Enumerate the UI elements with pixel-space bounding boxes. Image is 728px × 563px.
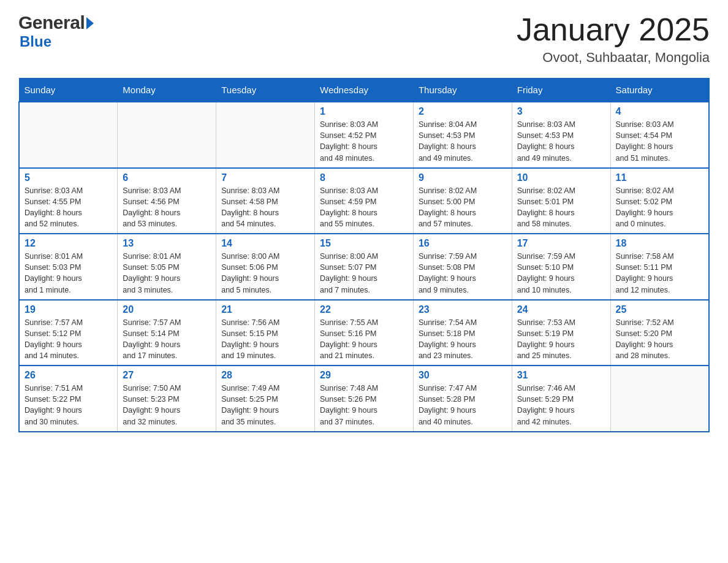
day-info: Sunrise: 7:48 AMSunset: 5:26 PMDaylight:… [320, 383, 408, 427]
logo: General Blue [18, 12, 94, 50]
day-info: Sunrise: 8:03 AMSunset: 4:53 PMDaylight:… [517, 119, 605, 164]
calendar-cell: 7Sunrise: 8:03 AMSunset: 4:58 PMDaylight… [216, 168, 315, 234]
day-info: Sunrise: 7:53 AMSunset: 5:19 PMDaylight:… [517, 317, 605, 362]
calendar-week-5: 26Sunrise: 7:51 AMSunset: 5:22 PMDayligh… [19, 366, 709, 432]
calendar-week-4: 19Sunrise: 7:57 AMSunset: 5:12 PMDayligh… [19, 300, 709, 366]
calendar-cell: 9Sunrise: 8:02 AMSunset: 5:00 PMDaylight… [413, 168, 512, 234]
calendar-cell: 16Sunrise: 7:59 AMSunset: 5:08 PMDayligh… [413, 234, 512, 300]
day-info: Sunrise: 7:52 AMSunset: 5:20 PMDaylight:… [616, 317, 703, 362]
day-info: Sunrise: 8:02 AMSunset: 5:01 PMDaylight:… [517, 185, 605, 230]
calendar-week-2: 5Sunrise: 8:03 AMSunset: 4:55 PMDaylight… [19, 168, 709, 234]
day-number: 4 [616, 106, 703, 117]
calendar-cell: 4Sunrise: 8:03 AMSunset: 4:54 PMDaylight… [610, 102, 709, 168]
calendar-cell: 14Sunrise: 8:00 AMSunset: 5:06 PMDayligh… [216, 234, 315, 300]
day-number: 16 [419, 238, 507, 249]
day-number: 11 [616, 172, 703, 183]
calendar-cell: 12Sunrise: 8:01 AMSunset: 5:03 PMDayligh… [19, 234, 118, 300]
calendar-cell: 28Sunrise: 7:49 AMSunset: 5:25 PMDayligh… [216, 366, 315, 432]
calendar-cell: 20Sunrise: 7:57 AMSunset: 5:14 PMDayligh… [118, 300, 216, 366]
day-number: 26 [25, 370, 112, 381]
day-info: Sunrise: 7:58 AMSunset: 5:11 PMDaylight:… [616, 251, 703, 296]
day-number: 21 [221, 304, 309, 315]
day-info: Sunrise: 8:03 AMSunset: 4:56 PMDaylight:… [123, 185, 211, 230]
day-number: 27 [123, 370, 211, 381]
day-number: 12 [25, 238, 112, 249]
calendar-cell: 19Sunrise: 7:57 AMSunset: 5:12 PMDayligh… [19, 300, 118, 366]
weekday-header-tuesday: Tuesday [216, 79, 315, 102]
day-number: 15 [320, 238, 408, 249]
day-info: Sunrise: 8:00 AMSunset: 5:07 PMDaylight:… [320, 251, 408, 296]
weekday-header-monday: Monday [118, 79, 216, 102]
calendar-cell: 13Sunrise: 8:01 AMSunset: 5:05 PMDayligh… [118, 234, 216, 300]
day-info: Sunrise: 7:47 AMSunset: 5:28 PMDaylight:… [419, 383, 507, 427]
day-number: 28 [221, 370, 309, 381]
day-number: 7 [221, 172, 309, 183]
calendar-cell: 21Sunrise: 7:56 AMSunset: 5:15 PMDayligh… [216, 300, 315, 366]
calendar-cell: 27Sunrise: 7:50 AMSunset: 5:23 PMDayligh… [118, 366, 216, 432]
day-info: Sunrise: 7:57 AMSunset: 5:14 PMDaylight:… [123, 317, 211, 362]
day-info: Sunrise: 8:02 AMSunset: 5:00 PMDaylight:… [419, 185, 507, 230]
day-info: Sunrise: 7:56 AMSunset: 5:15 PMDaylight:… [221, 317, 309, 362]
day-number: 31 [517, 370, 605, 381]
calendar-cell: 24Sunrise: 7:53 AMSunset: 5:19 PMDayligh… [512, 300, 610, 366]
day-info: Sunrise: 7:59 AMSunset: 5:08 PMDaylight:… [419, 251, 507, 296]
weekday-header-wednesday: Wednesday [315, 79, 414, 102]
calendar-body: 1Sunrise: 8:03 AMSunset: 4:52 PMDaylight… [19, 102, 709, 432]
calendar-cell: 6Sunrise: 8:03 AMSunset: 4:56 PMDaylight… [118, 168, 216, 234]
calendar-cell: 10Sunrise: 8:02 AMSunset: 5:01 PMDayligh… [512, 168, 610, 234]
day-info: Sunrise: 8:03 AMSunset: 4:54 PMDaylight:… [616, 119, 703, 164]
day-number: 10 [517, 172, 605, 183]
day-info: Sunrise: 7:50 AMSunset: 5:23 PMDaylight:… [123, 383, 211, 427]
day-number: 23 [419, 304, 507, 315]
calendar-cell: 2Sunrise: 8:04 AMSunset: 4:53 PMDaylight… [413, 102, 512, 168]
day-info: Sunrise: 7:49 AMSunset: 5:25 PMDaylight:… [221, 383, 309, 427]
day-info: Sunrise: 8:01 AMSunset: 5:03 PMDaylight:… [25, 251, 112, 296]
day-number: 18 [616, 238, 703, 249]
location: Ovoot, Suhbaatar, Mongolia [517, 50, 710, 66]
day-info: Sunrise: 8:01 AMSunset: 5:05 PMDaylight:… [123, 251, 211, 296]
day-number: 22 [320, 304, 408, 315]
calendar-cell: 1Sunrise: 8:03 AMSunset: 4:52 PMDaylight… [315, 102, 414, 168]
day-number: 8 [320, 172, 408, 183]
day-info: Sunrise: 7:54 AMSunset: 5:18 PMDaylight:… [419, 317, 507, 362]
day-number: 20 [123, 304, 211, 315]
calendar-cell: 25Sunrise: 7:52 AMSunset: 5:20 PMDayligh… [610, 300, 709, 366]
calendar-table: SundayMondayTuesdayWednesdayThursdayFrid… [18, 78, 710, 432]
calendar-week-3: 12Sunrise: 8:01 AMSunset: 5:03 PMDayligh… [19, 234, 709, 300]
calendar-cell: 31Sunrise: 7:46 AMSunset: 5:29 PMDayligh… [512, 366, 610, 432]
day-number: 25 [616, 304, 703, 315]
calendar-cell: 8Sunrise: 8:03 AMSunset: 4:59 PMDaylight… [315, 168, 414, 234]
calendar-cell [118, 102, 216, 168]
day-number: 6 [123, 172, 211, 183]
day-number: 29 [320, 370, 408, 381]
day-number: 2 [419, 106, 507, 117]
calendar-cell [610, 366, 709, 432]
day-info: Sunrise: 8:00 AMSunset: 5:06 PMDaylight:… [221, 251, 309, 296]
day-info: Sunrise: 8:03 AMSunset: 4:52 PMDaylight:… [320, 119, 408, 164]
calendar-cell: 3Sunrise: 8:03 AMSunset: 4:53 PMDaylight… [512, 102, 610, 168]
title-area: January 2025 Ovoot, Suhbaatar, Mongolia [517, 12, 710, 66]
day-number: 1 [320, 106, 408, 117]
calendar-cell: 15Sunrise: 8:00 AMSunset: 5:07 PMDayligh… [315, 234, 414, 300]
logo-arrow-icon [86, 17, 94, 29]
day-number: 17 [517, 238, 605, 249]
weekday-row: SundayMondayTuesdayWednesdayThursdayFrid… [19, 79, 709, 102]
calendar-cell: 30Sunrise: 7:47 AMSunset: 5:28 PMDayligh… [413, 366, 512, 432]
day-info: Sunrise: 8:03 AMSunset: 4:55 PMDaylight:… [25, 185, 112, 230]
day-info: Sunrise: 8:04 AMSunset: 4:53 PMDaylight:… [419, 119, 507, 164]
day-info: Sunrise: 7:51 AMSunset: 5:22 PMDaylight:… [25, 383, 112, 427]
calendar-cell: 22Sunrise: 7:55 AMSunset: 5:16 PMDayligh… [315, 300, 414, 366]
day-info: Sunrise: 8:02 AMSunset: 5:02 PMDaylight:… [616, 185, 703, 230]
calendar-cell: 23Sunrise: 7:54 AMSunset: 5:18 PMDayligh… [413, 300, 512, 366]
day-number: 30 [419, 370, 507, 381]
day-number: 19 [25, 304, 112, 315]
day-info: Sunrise: 8:03 AMSunset: 4:58 PMDaylight:… [221, 185, 309, 230]
month-title: January 2025 [517, 12, 710, 47]
calendar-cell: 29Sunrise: 7:48 AMSunset: 5:26 PMDayligh… [315, 366, 414, 432]
day-number: 5 [25, 172, 112, 183]
calendar-cell: 17Sunrise: 7:59 AMSunset: 5:10 PMDayligh… [512, 234, 610, 300]
day-info: Sunrise: 7:46 AMSunset: 5:29 PMDaylight:… [517, 383, 605, 427]
calendar-cell [216, 102, 315, 168]
day-number: 24 [517, 304, 605, 315]
day-number: 13 [123, 238, 211, 249]
